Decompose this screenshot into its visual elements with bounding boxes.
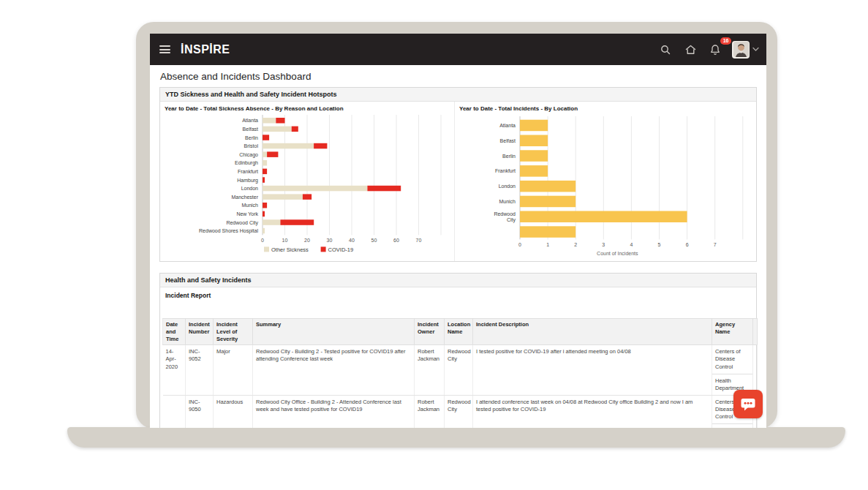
cell-description: I attended conference last week on 04/08… xyxy=(473,395,712,428)
hotspots-card: YTD Sickness and Health and Safety Incid… xyxy=(159,87,757,262)
cell-summary: Redwood City - Building 2 - Tested posit… xyxy=(253,345,415,396)
column-header[interactable]: Summary xyxy=(253,319,415,345)
svg-text:Belfast: Belfast xyxy=(243,127,258,132)
column-header-filler xyxy=(753,319,758,345)
incidents-chart-panel: Year to Date - Total Incidents - By Loca… xyxy=(454,102,756,261)
svg-text:0: 0 xyxy=(261,238,264,243)
svg-text:30: 30 xyxy=(327,238,333,243)
svg-text:40: 40 xyxy=(349,238,355,243)
table-row: INC-9050HazardousRedwood City Office - B… xyxy=(163,395,758,428)
column-header[interactable]: Date and Time xyxy=(163,319,186,345)
cell-owner: Robert Jackman xyxy=(415,345,445,396)
page-title: Absence and Incidents Dashboard xyxy=(150,65,766,87)
column-header[interactable]: Incident Owner xyxy=(415,319,445,345)
svg-text:Other Sickness: Other Sickness xyxy=(271,246,309,253)
cell-incident-number: INC-9052 xyxy=(186,345,214,396)
chat-dots-icon xyxy=(740,397,756,412)
svg-text:7: 7 xyxy=(714,242,717,247)
table-header-row: Date and TimeIncident NumberIncident Lev… xyxy=(163,319,758,345)
laptop-base xyxy=(67,427,845,448)
svg-text:Redwood Shores Hospital: Redwood Shores Hospital xyxy=(199,228,258,234)
svg-text:Frankfurt: Frankfurt xyxy=(495,168,516,173)
app-header: İNSPİRE 16 xyxy=(150,34,766,65)
svg-text:London: London xyxy=(241,186,258,191)
cell-location: Redwood City xyxy=(445,395,473,428)
notification-badge: 16 xyxy=(720,37,731,45)
column-header[interactable]: Location Name xyxy=(445,319,473,345)
svg-text:Chicago: Chicago xyxy=(239,152,258,158)
svg-text:Frankfurt: Frankfurt xyxy=(238,169,258,174)
svg-text:Munich: Munich xyxy=(241,203,258,208)
svg-text:70: 70 xyxy=(416,238,422,243)
column-header[interactable]: Agency Name xyxy=(712,319,753,345)
agency-entry: Centers of Disease Control xyxy=(712,345,752,373)
chat-fab-button[interactable] xyxy=(733,390,763,418)
svg-text:New York: New York xyxy=(236,211,258,216)
svg-text:COVID-19: COVID-19 xyxy=(328,246,354,253)
svg-text:6: 6 xyxy=(686,242,689,247)
page: İNSPİRE 16 Absence and Incidents Dashboa… xyxy=(0,0,868,490)
laptop-screen: İNSPİRE 16 Absence and Incidents Dashboa… xyxy=(150,34,766,428)
cell-incident-number: INC-9050 xyxy=(186,395,214,428)
svg-text:Hamburg: Hamburg xyxy=(237,178,258,184)
chevron-down-icon[interactable] xyxy=(752,47,759,52)
hotspots-card-title: YTD Sickness and Health and Safety Incid… xyxy=(160,88,756,102)
cell-agency: Centers of Disease ControlHealth Departm… xyxy=(712,345,753,396)
svg-text:Manchester: Manchester xyxy=(231,195,258,200)
incident-report-table: Date and TimeIncident NumberIncident Lev… xyxy=(162,318,758,428)
svg-text:Redwood City: Redwood City xyxy=(226,220,258,226)
svg-text:1: 1 xyxy=(546,242,549,247)
cell-severity: Hazardous xyxy=(214,395,253,428)
svg-text:2: 2 xyxy=(574,242,577,247)
svg-text:10: 10 xyxy=(282,238,288,243)
svg-text:3: 3 xyxy=(602,242,605,247)
menu-icon[interactable] xyxy=(159,45,170,53)
svg-text:50: 50 xyxy=(371,238,377,243)
charts-row: Year to Date - Total Sickness Absence - … xyxy=(160,102,756,261)
cell-filler xyxy=(753,345,758,396)
svg-text:Berlin: Berlin xyxy=(245,135,258,140)
app-logo: İNSPİRE xyxy=(181,43,230,56)
incidents-by-location-chart[interactable]: AtlantaBelfastBerlinFrankfurtLondonMunic… xyxy=(455,113,756,261)
svg-text:20: 20 xyxy=(304,238,310,243)
column-header[interactable]: Incident Description xyxy=(473,319,712,345)
table-row: 14-Apr-2020INC-9052MajorRedwood City - B… xyxy=(163,345,758,396)
column-header[interactable]: Incident Number xyxy=(186,319,214,345)
sickness-chart-title: Year to Date - Total Sickness Absence - … xyxy=(160,102,454,113)
svg-text:0: 0 xyxy=(518,242,521,247)
svg-text:Edinburgh: Edinburgh xyxy=(235,160,258,166)
svg-text:Count of Incidents: Count of Incidents xyxy=(597,251,638,256)
svg-text:City: City xyxy=(507,217,516,223)
incidents-card: Health and Safety Incidents Incident Rep… xyxy=(159,273,757,428)
svg-text:Redwood: Redwood xyxy=(494,211,516,216)
column-header[interactable]: Incident Level of Severity xyxy=(214,319,253,345)
svg-text:Atlanta: Atlanta xyxy=(242,118,258,123)
agency-entry: Health Department xyxy=(712,423,752,428)
incidents-card-title: Health and Safety Incidents xyxy=(160,274,756,287)
sickness-chart-panel: Year to Date - Total Sickness Absence - … xyxy=(160,102,454,261)
svg-text:60: 60 xyxy=(393,238,399,243)
sickness-absence-chart[interactable]: AtlantaBelfastBerlinBristolChicagoEdinbu… xyxy=(160,113,454,261)
notifications-bell-icon[interactable]: 16 xyxy=(704,41,726,59)
cell-location: Redwood City xyxy=(445,345,473,396)
cell-owner: Robert Jackman xyxy=(415,395,445,428)
svg-text:Munich: Munich xyxy=(499,199,516,204)
svg-text:London: London xyxy=(499,184,516,189)
home-icon[interactable] xyxy=(679,41,701,59)
incident-report-title: Incident Report xyxy=(160,287,756,301)
cell-summary: Redwood City Office - Building 2 - Atten… xyxy=(253,395,415,428)
svg-text:Berlin: Berlin xyxy=(502,154,516,159)
svg-text:5: 5 xyxy=(658,242,661,247)
cell-severity: Major xyxy=(214,345,253,396)
avatar[interactable] xyxy=(732,41,750,59)
svg-text:Belfast: Belfast xyxy=(500,138,516,143)
incidents-chart-title: Year to Date - Total Incidents - By Loca… xyxy=(455,102,756,113)
search-icon[interactable] xyxy=(654,41,676,59)
cell-date xyxy=(163,395,186,428)
svg-text:Atlanta: Atlanta xyxy=(499,123,516,128)
cell-description: I tested positive for COVID-19 after i a… xyxy=(473,345,712,396)
cell-date: 14-Apr-2020 xyxy=(163,345,186,396)
svg-text:4: 4 xyxy=(630,242,633,247)
svg-text:Bristol: Bristol xyxy=(244,143,259,148)
